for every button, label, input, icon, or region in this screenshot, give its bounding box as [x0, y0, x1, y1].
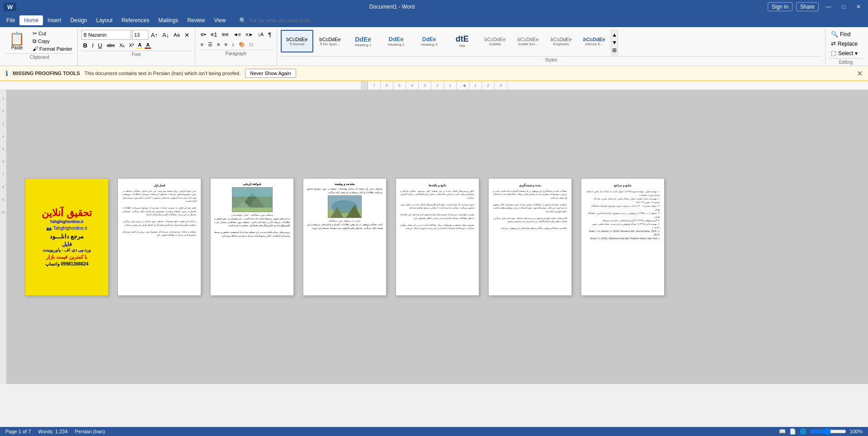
find-button[interactable]: 🔍 Find [829, 30, 863, 38]
increase-indent-button[interactable]: ≡► [244, 30, 255, 39]
maximize-button[interactable]: □ [839, 3, 849, 11]
page-3[interactable]: شواهد تاریخی منطقه مورد مطالعه - نمای کو… [210, 178, 294, 296]
page-2-body: متن نمونه فارسی برای صفحه دوم سند. این م… [123, 190, 196, 237]
select-button[interactable]: ⬚ Select ▾ [829, 49, 863, 57]
page-7[interactable]: منابع و مراجع ۱. نویسنده اول، نویسنده دو… [581, 178, 665, 296]
underline-button[interactable]: U [96, 41, 104, 50]
style-heading2[interactable]: DdEe Heading 2 [380, 30, 412, 52]
document-area[interactable]: تحقیق آنلاین Tahghighonline.ir 📷 Tahghig… [7, 90, 868, 384]
page-7-body: ۱. نویسنده اول، نویسنده دوم (۱۳۹۸). عنوا… [586, 190, 660, 240]
style-subtitle-preview: bCcDdEe [485, 37, 506, 42]
show-marks-button[interactable]: ¶ [266, 30, 273, 39]
page-3-image-caption: منطقه مورد مطالعه - نمای کوهستانی [214, 213, 290, 216]
ruler-mark: 3 [419, 81, 431, 90]
replace-icon: ⇄ [831, 40, 836, 47]
side-ruler-mark: 8 [2, 181, 4, 194]
title-bar: W Document1 - Word Sign in Share — □ ✕ [0, 0, 868, 14]
menu-references[interactable]: References [117, 15, 154, 25]
align-left-button[interactable]: ≡ [199, 40, 205, 49]
notification-close-button[interactable]: ✕ [857, 69, 863, 78]
page-4[interactable]: مقدمه و پیشینه محتوای متنی این صفحه که ش… [303, 178, 387, 296]
multilevel-button[interactable]: ≡≡ [220, 30, 231, 39]
menu-review[interactable]: Review [183, 15, 209, 25]
clear-format-button[interactable]: ✕ [183, 30, 191, 39]
style-subtitle[interactable]: bCcDdEe Subtitle [479, 30, 511, 52]
side-ruler-mark: 1 [2, 92, 4, 105]
title-left: W [4, 3, 16, 11]
strikethrough-button[interactable]: abc [105, 41, 117, 50]
decrease-font-button[interactable]: A↓ [160, 30, 171, 39]
font-color-button[interactable]: A [145, 42, 151, 49]
decrease-indent-button[interactable]: ◄≡ [231, 30, 243, 39]
style-heading2-label: Heading 2 [388, 43, 404, 47]
italic-button[interactable]: I [90, 41, 95, 50]
ruler-mark: 2 [482, 81, 495, 90]
text-highlight-button[interactable]: A [137, 42, 143, 49]
border-button[interactable]: □ [248, 40, 255, 49]
never-show-again-button[interactable]: Never Show Again [245, 69, 296, 78]
style-intense-em[interactable]: bCcDdEe Intense E... [578, 30, 610, 52]
paste-button[interactable]: 📋 Paste [5, 32, 28, 51]
superscript-button[interactable]: X² [127, 41, 136, 50]
ad-website-small: Tahghighonline.ir [53, 226, 88, 231]
styles-scroll-up[interactable]: ▲ ▼ ⊞ [611, 30, 618, 55]
font-size-input[interactable] [132, 30, 148, 40]
menu-insert[interactable]: Insert [43, 15, 66, 25]
close-button[interactable]: ✕ [853, 3, 864, 11]
editing-label: Editing [829, 58, 863, 66]
format-painter-button[interactable]: 🖌 Format Painter [31, 45, 74, 52]
style-heading3[interactable]: DdEe Heading 3 [413, 30, 445, 52]
menu-view[interactable]: View [210, 15, 231, 25]
page-1[interactable]: تحقیق آنلاین Tahghighonline.ir 📷 Tahghig… [25, 178, 108, 296]
ruler-mark: 3 [495, 81, 507, 90]
ribbon-group-clipboard: 📋 Paste ✂ Cut ⧉ Copy 🖌 Format Painter [2, 29, 78, 66]
justify-button[interactable]: ≡ [222, 40, 229, 49]
pages-container: تحقیق آنلاین Tahghighonline.ir 📷 Tahghig… [25, 178, 665, 296]
style-title[interactable]: dtE Title [446, 30, 478, 52]
ribbon: 📋 Paste ✂ Cut ⧉ Copy 🖌 Format Painter [0, 27, 868, 66]
style-heading1[interactable]: DdEe Heading 1 [347, 30, 379, 52]
menu-file[interactable]: File [2, 15, 19, 25]
side-ruler-mark: 9 [2, 194, 4, 206]
tell-me-bar[interactable]: 🔍 [239, 17, 866, 24]
menu-mailings[interactable]: Mailings [154, 15, 183, 25]
style-intense-em-label: Intense E... [585, 42, 603, 46]
page-3-content: شواهد تاریخی منطقه مورد مطالعه - نمای کو… [211, 179, 293, 295]
style-subtle-em[interactable]: bCcDdEe Subtle Em... [512, 30, 544, 52]
subscript-button[interactable]: X₂ [118, 41, 126, 50]
align-right-button[interactable]: ≡ [215, 40, 222, 49]
page-7-content: منابع و مراجع ۱. نویسنده اول، نویسنده دو… [581, 179, 664, 295]
scroll-up-icon: ▲ [612, 32, 617, 38]
select-icon: ⬚ [831, 50, 836, 57]
menu-layout[interactable]: Layout [92, 15, 117, 25]
minimize-button[interactable]: — [822, 3, 835, 11]
tell-me-input[interactable] [249, 18, 348, 23]
style-normal[interactable]: bCcDdEe ¶ Normal [281, 30, 313, 52]
copy-button[interactable]: ⧉ Copy [31, 38, 74, 45]
numbering-button[interactable]: ≡1 [209, 30, 219, 39]
style-no-spacing[interactable]: bCcDdEe ¶ No Spac... [314, 30, 346, 52]
share-button[interactable]: Share [796, 2, 819, 11]
page-2[interactable]: فصل اول متن نمونه فارسی برای صفحه دوم سن… [118, 178, 201, 296]
menu-design[interactable]: Design [66, 15, 91, 25]
replace-button[interactable]: ⇄ Replace [829, 39, 863, 48]
format-painter-icon: 🖌 [33, 46, 38, 52]
sign-in-button[interactable]: Sign in [768, 2, 793, 11]
increase-font-button[interactable]: A↑ [149, 30, 160, 39]
cut-button[interactable]: ✂ Cut [31, 30, 74, 37]
style-emphasis[interactable]: bCcDdEe Emphasis [545, 30, 577, 52]
bold-button[interactable]: B [81, 41, 89, 50]
page-6[interactable]: بحث و نتیجه‌گیری مطالب بحث و نتیجه‌گیری … [488, 178, 572, 296]
line-spacing-button[interactable]: ↕ [230, 40, 236, 49]
notification-label: MISSING PROOFING TOOLS [13, 71, 80, 76]
page-5[interactable]: نتایج و یافته‌ها نتایج بررسی‌های انجام ش… [396, 178, 479, 296]
align-center-button[interactable]: ☰ [206, 40, 214, 49]
change-case-button[interactable]: Aa [172, 30, 181, 39]
shading-button[interactable]: 🎨 [237, 40, 247, 49]
sort-button[interactable]: ↕A [256, 30, 265, 39]
menu-home[interactable]: Home [19, 15, 43, 25]
style-subtle-em-preview: bCcDdEe [518, 37, 539, 42]
bullets-button[interactable]: ≡• [199, 30, 208, 39]
side-ruler-mark: 6 [2, 156, 4, 168]
font-name-input[interactable] [81, 30, 131, 40]
